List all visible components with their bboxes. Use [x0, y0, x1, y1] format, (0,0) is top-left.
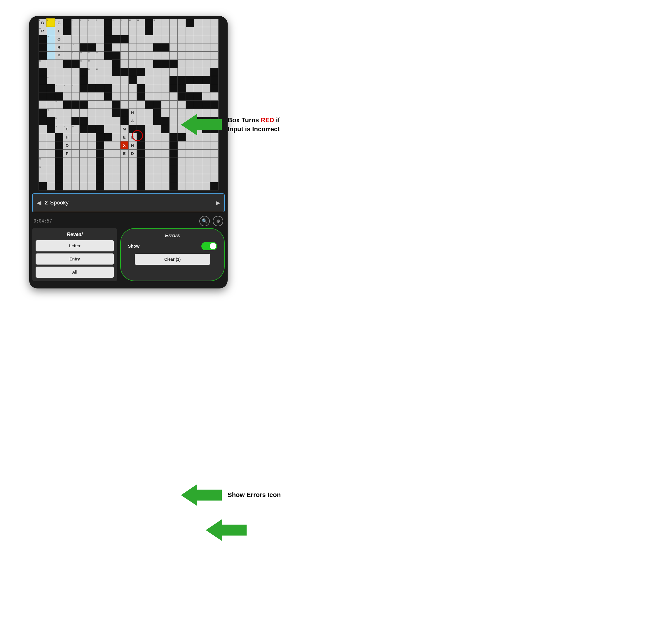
grid-cell-0-10[interactable] [39, 100, 47, 109]
grid-cell-21-8[interactable] [210, 84, 218, 92]
grid-cell-11-7[interactable] [129, 76, 137, 84]
grid-cell-14-10[interactable] [153, 100, 161, 109]
grid-cell-18-1[interactable] [186, 27, 194, 35]
grid-cell-17-7[interactable] [177, 76, 186, 84]
grid-cell-2-8[interactable]: 35 [55, 84, 63, 92]
grid-cell-0-19[interactable] [39, 174, 47, 182]
grid-cell-8-6[interactable] [104, 68, 112, 76]
grid-cell-10-20[interactable] [120, 182, 129, 190]
grid-cell-12-20[interactable] [137, 182, 145, 190]
grid-cell-12-12[interactable] [137, 117, 145, 125]
grid-cell-10-3[interactable] [120, 43, 129, 51]
grid-cell-12-1[interactable] [137, 27, 145, 35]
grid-cell-0-7[interactable] [39, 76, 47, 84]
grid-cell-3-17[interactable] [63, 158, 71, 166]
grid-cell-2-19[interactable] [55, 174, 63, 182]
grid-cell-20-4[interactable] [202, 51, 210, 60]
grid-cell-8-4[interactable] [104, 51, 112, 60]
grid-cell-14-6[interactable] [153, 68, 161, 76]
grid-cell-4-13[interactable]: 58 [71, 125, 80, 133]
grid-cell-7-15[interactable] [96, 141, 104, 150]
grid-cell-9-13[interactable] [112, 125, 120, 133]
grid-cell-13-2[interactable] [145, 35, 153, 43]
grid-cell-11-3[interactable] [129, 43, 137, 51]
grid-cell-14-1[interactable] [153, 27, 161, 35]
grid-cell-4-9[interactable] [71, 92, 80, 100]
grid-cell-17-19[interactable] [177, 174, 186, 182]
grid-cell-2-6[interactable] [55, 68, 63, 76]
grid-cell-4-6[interactable] [71, 68, 80, 76]
grid-cell-16-20[interactable] [169, 182, 177, 190]
grid-cell-15-13[interactable] [161, 125, 169, 133]
grid-cell-0-8[interactable] [39, 84, 47, 92]
grid-cell-7-17[interactable] [96, 158, 104, 166]
grid-cell-4-16[interactable] [71, 150, 80, 158]
grid-cell-17-17[interactable] [177, 158, 186, 166]
grid-cell-9-8[interactable] [112, 84, 120, 92]
grid-cell-3-8[interactable]: 36 [63, 84, 71, 92]
crossword-grid[interactable]: 1B23G45678910111213RL14OR18Y212223242526… [39, 18, 219, 190]
grid-cell-9-4[interactable] [112, 51, 120, 60]
grid-cell-13-20[interactable] [145, 182, 153, 190]
grid-cell-13-0[interactable] [145, 19, 153, 27]
grid-cell-8-5[interactable] [104, 60, 112, 68]
grid-cell-1-3[interactable] [47, 43, 55, 51]
grid-cell-14-16[interactable] [153, 150, 161, 158]
grid-cell-13-5[interactable] [145, 60, 153, 68]
grid-cell-6-8[interactable] [88, 84, 96, 92]
grid-cell-3-15[interactable]: O [63, 141, 71, 150]
grid-cell-17-6[interactable] [177, 68, 186, 76]
grid-cell-12-14[interactable] [137, 133, 145, 141]
grid-cell-6-14[interactable] [88, 133, 96, 141]
grid-cell-7-4[interactable]: 24 [96, 51, 104, 60]
grid-cell-16-8[interactable] [169, 84, 177, 92]
grid-cell-11-19[interactable] [129, 174, 137, 182]
grid-cell-15-14[interactable] [161, 133, 169, 141]
grid-cell-1-8[interactable] [47, 84, 55, 92]
grid-cell-14-12[interactable] [153, 117, 161, 125]
grid-cell-12-17[interactable] [137, 158, 145, 166]
grid-cell-4-17[interactable] [71, 158, 80, 166]
grid-cell-18-20[interactable] [186, 182, 194, 190]
grid-cell-16-7[interactable] [169, 76, 177, 84]
grid-cell-3-1[interactable] [63, 27, 71, 35]
grid-cell-9-10[interactable] [112, 100, 120, 109]
grid-cell-1-6[interactable] [47, 68, 55, 76]
grid-cell-7-0[interactable]: 7 [96, 19, 104, 27]
errors-toggle[interactable] [201, 242, 217, 250]
grid-cell-16-16[interactable] [169, 150, 177, 158]
grid-cell-19-6[interactable] [194, 68, 202, 76]
grid-cell-19-17[interactable] [194, 158, 202, 166]
grid-cell-14-15[interactable] [153, 141, 161, 150]
grid-cell-21-19[interactable] [210, 174, 218, 182]
grid-cell-13-1[interactable] [145, 27, 153, 35]
grid-cell-20-10[interactable] [202, 100, 210, 109]
grid-cell-16-17[interactable] [169, 158, 177, 166]
grid-cell-12-11[interactable] [137, 109, 145, 117]
grid-cell-11-17[interactable] [129, 158, 137, 166]
grid-cell-17-15[interactable] [177, 141, 186, 150]
grid-cell-6-13[interactable] [88, 125, 96, 133]
grid-cell-14-4[interactable] [153, 51, 161, 60]
grid-cell-15-7[interactable] [161, 76, 169, 84]
grid-cell-3-19[interactable] [63, 174, 71, 182]
grid-cell-10-16[interactable]: E [120, 150, 129, 158]
grid-cell-4-18[interactable] [71, 166, 80, 174]
grid-cell-12-6[interactable] [137, 68, 145, 76]
grid-cell-14-18[interactable] [153, 166, 161, 174]
grid-cell-18-15[interactable] [186, 141, 194, 150]
grid-cell-5-1[interactable] [80, 27, 88, 35]
grid-cell-3-10[interactable] [63, 100, 71, 109]
grid-cell-11-2[interactable] [129, 35, 137, 43]
grid-cell-15-6[interactable] [161, 68, 169, 76]
grid-cell-3-7[interactable] [63, 76, 71, 84]
grid-cell-0-13[interactable] [39, 125, 47, 133]
grid-cell-5-7[interactable] [80, 76, 88, 84]
grid-cell-15-19[interactable] [161, 174, 169, 182]
grid-cell-1-18[interactable] [47, 166, 55, 174]
grid-cell-6-10[interactable] [88, 100, 96, 109]
grid-cell-4-0[interactable]: 4 [71, 19, 80, 27]
grid-cell-18-6[interactable] [186, 68, 194, 76]
grid-cell-21-15[interactable] [210, 141, 218, 150]
grid-cell-2-16[interactable] [55, 150, 63, 158]
